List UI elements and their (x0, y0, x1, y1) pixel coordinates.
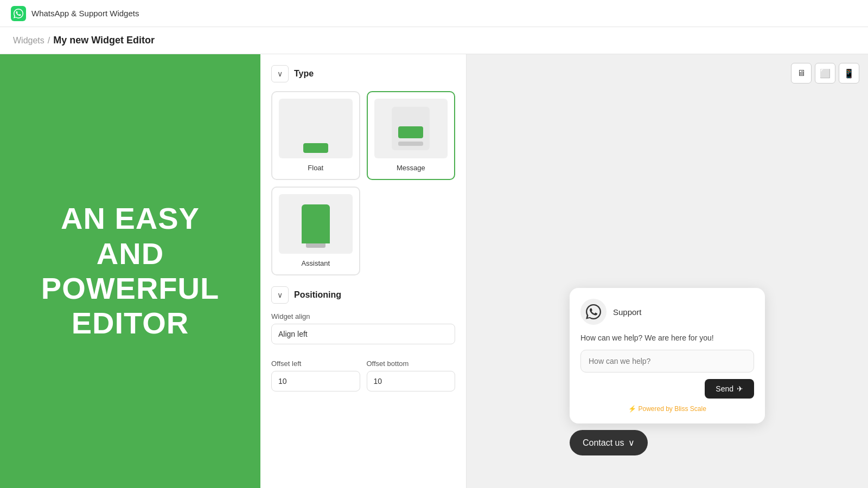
message-preview (374, 99, 448, 158)
app-name: WhatsApp & Support Widgets (31, 9, 139, 18)
send-label: Send (716, 384, 733, 393)
breadcrumb-parent[interactable]: Widgets (13, 36, 44, 46)
support-card: Support How can we help? We are here for… (570, 288, 765, 423)
assistant-preview (279, 194, 353, 254)
float-label: Float (308, 164, 323, 172)
hero-panel: AN EASY AND POWERFUL EDITOR (0, 54, 260, 488)
mobile-icon: 📱 (844, 68, 854, 79)
contact-us-button[interactable]: Contact us ∨ (570, 430, 648, 455)
breadcrumb-current: My new Widget Editor (53, 35, 155, 46)
send-row: Send ✈ (580, 379, 754, 399)
hero-text: AN EASY AND POWERFUL EDITOR (30, 190, 230, 352)
preview-panel: 🖥 ⬜ 📱 Support (467, 54, 868, 488)
device-buttons-group: 🖥 ⬜ 📱 (791, 63, 859, 84)
hero-line1: AN EASY (61, 201, 200, 235)
top-bar: WhatsApp & Support Widgets (0, 0, 868, 27)
type-cards-grid: Float Message Assista (271, 91, 455, 275)
editor-panel: ∨ Type Float Message (260, 54, 467, 488)
widget-align-select[interactable]: Align left Align right Align center (271, 324, 455, 344)
positioning-section-title: Positioning (294, 290, 341, 300)
type-card-message[interactable]: Message (367, 91, 456, 180)
offset-bottom-label: Offset bottom (367, 359, 456, 368)
positioning-collapse-button[interactable]: ∨ (271, 286, 289, 304)
chevron-down-icon: ∨ (277, 69, 283, 78)
type-card-assistant[interactable]: Assistant (271, 187, 360, 275)
offset-bottom-input[interactable] (367, 371, 456, 391)
send-button[interactable]: Send ✈ (705, 379, 754, 399)
type-card-float[interactable]: Float (271, 91, 360, 180)
assistant-label: Assistant (301, 259, 330, 267)
type-section-title: Type (294, 69, 314, 79)
offset-row: Offset left Offset bottom (271, 352, 455, 391)
support-header: Support (580, 299, 754, 325)
desktop-view-button[interactable]: 🖥 (791, 63, 812, 84)
offset-left-input[interactable] (271, 371, 360, 391)
message-preview-screen (392, 107, 430, 150)
chevron-down-icon-2: ∨ (277, 291, 283, 299)
desktop-icon: 🖥 (797, 68, 806, 78)
hero-line2: AND (97, 236, 164, 271)
assistant-widget-shape (302, 204, 330, 243)
support-input[interactable] (580, 350, 754, 373)
support-name: Support (613, 307, 642, 317)
message-label: Message (397, 164, 425, 172)
tablet-view-button[interactable]: ⬜ (815, 63, 835, 84)
offset-left-group: Offset left (271, 352, 360, 391)
powered-by-text: ⚡ Powered by Bliss Scale (628, 405, 706, 413)
type-section-header: ∨ Type (271, 65, 455, 82)
widget-preview-container: Support How can we help? We are here for… (570, 288, 765, 455)
powered-by: ⚡ Powered by Bliss Scale (580, 405, 754, 413)
positioning-section: ∨ Positioning Widget align Align left Al… (271, 286, 455, 391)
app-icon (11, 6, 26, 21)
support-avatar (580, 299, 607, 325)
offset-left-label: Offset left (271, 359, 360, 368)
main-area: AN EASY AND POWERFUL EDITOR ∨ Type Float (0, 54, 868, 488)
widget-align-label: Widget align (271, 312, 455, 320)
mobile-view-button[interactable]: 📱 (839, 63, 859, 84)
chevron-down-icon-contact: ∨ (628, 438, 635, 448)
hero-line3: POWERFUL (41, 271, 219, 305)
widget-align-group: Widget align Align left Align right Alig… (271, 312, 455, 344)
float-preview (279, 99, 353, 158)
assistant-preview-inner (284, 200, 347, 248)
tablet-icon: ⬜ (820, 68, 831, 79)
message-preview-green (398, 126, 423, 138)
offset-bottom-group: Offset bottom (367, 352, 456, 391)
type-collapse-button[interactable]: ∨ (271, 65, 289, 82)
breadcrumb-separator: / (48, 36, 50, 46)
hero-line4: EDITOR (72, 306, 189, 340)
breadcrumb-bar: Widgets / My new Widget Editor (0, 27, 868, 54)
send-icon: ✈ (737, 384, 743, 393)
support-tagline: How can we help? We are here for you! (580, 333, 754, 342)
contact-us-label: Contact us (583, 438, 624, 448)
message-preview-bar (398, 142, 423, 146)
float-preview-button (303, 143, 328, 153)
positioning-section-header: ∨ Positioning (271, 286, 455, 304)
